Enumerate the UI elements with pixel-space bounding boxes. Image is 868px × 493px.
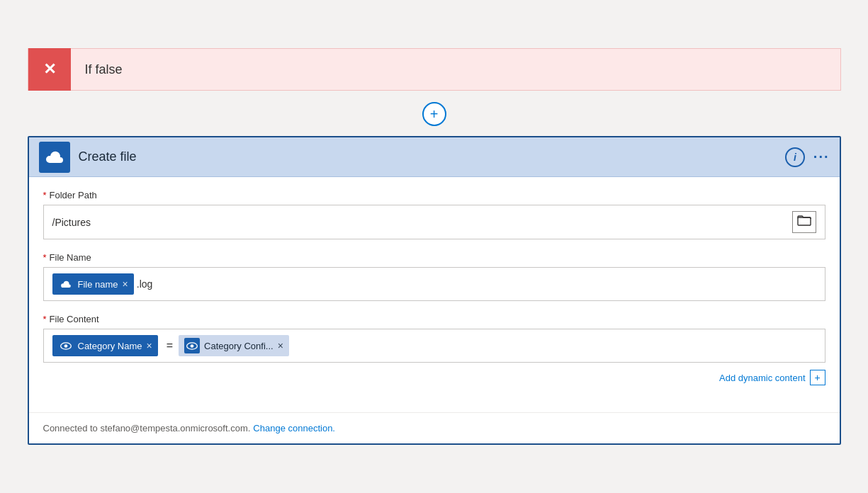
add-step-button[interactable]: +: [422, 102, 446, 126]
category-confi-token-label: Category Confi...: [204, 341, 274, 351]
folder-path-label-text: Folder Path: [50, 190, 97, 200]
dynamic-content-plus-button[interactable]: +: [810, 370, 825, 385]
outer-container: ✕ If false + Create file i ···: [16, 37, 852, 456]
file-name-suffix: .log: [137, 278, 816, 290]
svg-point-4: [191, 344, 194, 348]
file-content-inner: Category Name × =: [52, 335, 292, 356]
svg-rect-0: [798, 217, 811, 225]
category-confi-token-close[interactable]: ×: [278, 341, 283, 351]
category-confi-token: Category Confi... ×: [179, 335, 289, 356]
if-false-close-button[interactable]: ✕: [28, 48, 71, 91]
token-icon-cloud: [58, 276, 74, 292]
if-false-header: ✕ If false: [28, 48, 841, 91]
add-dynamic-content-link[interactable]: Add dynamic content: [719, 373, 805, 383]
category-name-token: Category Name ×: [52, 335, 158, 356]
required-star-filename: *: [43, 252, 47, 263]
card-footer: Connected to stefano@tempesta.onmicrosof…: [29, 412, 840, 443]
file-name-label: * File Name: [43, 252, 825, 263]
card-header-icon: [39, 142, 70, 173]
folder-picker-button[interactable]: [792, 211, 816, 233]
required-star-content: *: [43, 314, 47, 324]
file-name-token: File name ×: [52, 273, 134, 295]
eye-icon-1: [60, 342, 72, 350]
file-content-section: * File Content: [43, 314, 825, 385]
svg-point-2: [64, 344, 67, 348]
card-body: * Folder Path /Pictures: [29, 177, 840, 412]
file-content-label-text: File Content: [50, 314, 99, 324]
card-title: Create file: [79, 149, 785, 164]
category-name-token-label: Category Name: [78, 341, 142, 351]
file-name-token-label: File name: [78, 279, 118, 290]
card-header: Create file i ···: [29, 137, 840, 177]
add-step-row: +: [28, 102, 841, 126]
category-name-icon: [58, 338, 74, 353]
card-header-actions: i ···: [785, 147, 830, 167]
connected-text: Connected to stefano@tempesta.onmicrosof…: [43, 423, 251, 434]
x-icon: ✕: [43, 62, 56, 77]
change-connection-link[interactable]: Change connection.: [253, 423, 335, 434]
if-false-label: If false: [71, 62, 137, 77]
dynamic-content-row: Add dynamic content +: [43, 370, 825, 385]
cloud-token-icon: [60, 280, 72, 289]
folder-path-section: * Folder Path /Pictures: [43, 190, 825, 239]
file-name-input[interactable]: File name × .log: [43, 267, 825, 301]
file-content-label: * File Content: [43, 314, 825, 324]
more-options-button[interactable]: ···: [813, 149, 830, 165]
file-name-label-text: File Name: [50, 252, 91, 263]
category-confi-icon: [184, 338, 200, 353]
create-file-card: Create file i ··· * Folder Path /Picture…: [28, 136, 841, 445]
cloud-icon: [45, 149, 64, 165]
folder-path-label: * Folder Path: [43, 190, 825, 200]
file-content-input[interactable]: Category Name × =: [43, 329, 825, 363]
folder-path-input[interactable]: /Pictures: [43, 205, 825, 239]
folder-path-value: /Pictures: [52, 217, 792, 228]
info-button[interactable]: i: [785, 147, 805, 167]
eye-icon-2: [186, 342, 198, 350]
folder-icon: [797, 215, 811, 226]
equals-sign: =: [167, 339, 173, 352]
required-star: *: [43, 190, 47, 200]
plus-icon: +: [430, 107, 439, 121]
file-name-token-close[interactable]: ×: [123, 279, 128, 289]
category-name-token-close[interactable]: ×: [147, 341, 152, 351]
info-icon: i: [794, 152, 796, 163]
file-name-section: * File Name File name × .log: [43, 252, 825, 301]
